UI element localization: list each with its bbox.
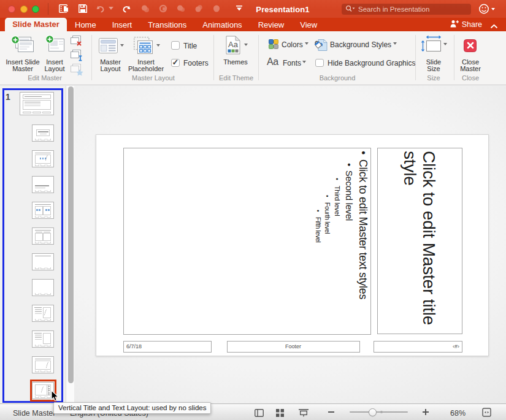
background-styles-button[interactable]: Background Styles (330, 40, 391, 49)
undo-dropdown-icon (109, 7, 113, 10)
layout-thumbnail-comparison[interactable] (32, 227, 54, 245)
background-styles-dropdown-icon (393, 42, 397, 45)
layout-thumbnail-picture-caption[interactable] (32, 330, 54, 348)
slideshow-view-icon[interactable] (299, 408, 309, 419)
zoom-in-button-bar (425, 409, 426, 415)
layout-thumbnail-content-caption[interactable] (32, 305, 54, 322)
save-icon[interactable] (78, 4, 88, 13)
minimize-window-button[interactable] (20, 6, 28, 13)
master-slide-thumbnail[interactable] (20, 92, 54, 115)
ribbon-divider (415, 35, 416, 80)
body-level-2-text: Second level (344, 170, 355, 220)
tab-view[interactable]: View (300, 20, 317, 29)
search-icon (345, 4, 355, 15)
insert-layout-button[interactable]: Insert Layout (39, 59, 70, 73)
themes-dropdown-icon (244, 44, 248, 46)
colors-icon (269, 39, 278, 49)
body-placeholder[interactable]: • Click to edit Master text styles • Sec… (123, 148, 371, 335)
rename-layout-icon[interactable] (70, 49, 83, 62)
zoom-out-button[interactable] (328, 411, 334, 413)
bullet-glyph: • (344, 163, 355, 166)
bullet-glyph: • (324, 195, 331, 197)
zoom-detent-dot (380, 411, 383, 413)
group-label-edit-master: Edit Master (25, 74, 65, 82)
qat-disabled-icon-4 (194, 4, 204, 13)
layout-thumbnail-title-slide[interactable] (32, 124, 54, 142)
zoom-window-button[interactable] (32, 6, 39, 13)
close-master-button[interactable]: Close Master (457, 59, 484, 73)
themes-button[interactable]: Themes (220, 59, 251, 66)
insert-slide-master-icon (10, 35, 34, 55)
master-slide-number: 1 (6, 92, 12, 102)
date-placeholder[interactable]: 6/7/18 (123, 341, 212, 353)
insert-slide-master-button[interactable]: Insert Slide Master (2, 59, 43, 73)
hide-background-graphics-checkbox[interactable] (315, 59, 324, 67)
tab-home[interactable]: Home (75, 20, 96, 29)
body-level-1-text: Click to edit Master text styles (357, 159, 369, 299)
button-label-line: Master (2, 66, 43, 73)
layout-thumbnail-blank[interactable] (32, 279, 54, 296)
zoom-slider-track[interactable] (350, 411, 408, 413)
fit-slide-to-window-icon[interactable] (482, 408, 491, 419)
layout-thumbnail-two-content[interactable] (32, 202, 54, 219)
search-input[interactable]: Search in Presentation (342, 4, 471, 15)
tab-animations[interactable]: Animations (202, 20, 242, 29)
title-placeholder-text: Click to edit Master title style (401, 151, 439, 330)
fonts-icon: Aa (267, 56, 278, 67)
insert-layout-icon (45, 35, 64, 55)
qat-disabled-icon-3 (176, 4, 186, 13)
normal-view-icon[interactable] (255, 408, 264, 419)
hide-background-graphics-label[interactable]: Hide Background Graphics (328, 59, 415, 67)
qat-disabled-icon-5 (212, 4, 221, 13)
delete-layout-icon[interactable] (70, 35, 83, 48)
title-checkbox-label[interactable]: Title (183, 42, 197, 50)
slide-sorter-view-icon[interactable] (276, 408, 284, 419)
search-placeholder: Search in Presentation (358, 6, 429, 13)
ribbon-divider (258, 35, 259, 80)
panel-scrollbar[interactable] (66, 86, 74, 403)
ribbon-tabbar: Slide Master Home Insert Transitions Ani… (0, 18, 506, 31)
layout-thumbnail-title-content[interactable] (32, 150, 54, 167)
powerpoint-window: Presentation1 Search in Presentation (0, 0, 506, 420)
button-label-line: Themes (220, 59, 251, 66)
group-label-background: Background (317, 74, 358, 82)
footers-checkbox-label[interactable]: Footers (183, 59, 209, 67)
redo-icon[interactable] (121, 4, 132, 13)
zoom-slider-thumb[interactable] (369, 408, 377, 416)
slide[interactable]: • Click to edit Master text styles • Sec… (96, 134, 489, 356)
footers-checkbox[interactable] (171, 59, 180, 67)
share-label: Share (462, 20, 482, 29)
feedback-smiley-icon[interactable] (478, 3, 496, 17)
group-label-master-layout: Master Layout (132, 74, 172, 82)
tab-transitions[interactable]: Transitions (148, 20, 186, 29)
layout-thumbnail-section-header[interactable] (32, 176, 54, 193)
themes-icon: Aa (226, 36, 240, 55)
footer-placeholder[interactable]: Footer (227, 341, 360, 353)
share-button[interactable]: Share (449, 18, 482, 31)
layout-thumbnail-title-vtext[interactable] (32, 356, 54, 373)
bullet-glyph: • (357, 151, 369, 155)
slide-number-placeholder[interactable]: ‹#› (374, 341, 462, 353)
collapse-ribbon-icon[interactable] (490, 20, 498, 31)
zoom-percentage[interactable]: 68% (448, 409, 467, 418)
title-checkbox[interactable] (171, 41, 180, 50)
colors-dropdown-icon (305, 42, 309, 45)
colors-button[interactable]: Colors (282, 40, 303, 49)
panel-scrollbar-thumb[interactable] (68, 86, 74, 383)
tab-insert[interactable]: Insert (112, 20, 132, 29)
bullet-glyph: • (334, 178, 341, 180)
body-level-4: • Fourth level (323, 151, 332, 332)
tab-review[interactable]: Review (258, 20, 285, 29)
master-layout-button[interactable]: Master Layout (94, 59, 126, 73)
new-presentation-icon[interactable] (59, 4, 69, 13)
fonts-button[interactable]: Fonts (283, 59, 301, 67)
titlebar-separator (48, 3, 48, 15)
tab-slide-master[interactable]: Slide Master (5, 18, 67, 31)
close-window-button[interactable] (8, 6, 15, 13)
title-placeholder[interactable]: Click to edit Master title style (377, 148, 462, 334)
fonts-dropdown-icon (302, 61, 306, 63)
ribbon-divider (91, 35, 92, 80)
layout-thumbnail-title-only[interactable] (32, 253, 54, 270)
insert-placeholder-button[interactable]: Insert Placeholder (126, 59, 166, 73)
slide-size-button[interactable]: Slide Size (420, 59, 447, 73)
